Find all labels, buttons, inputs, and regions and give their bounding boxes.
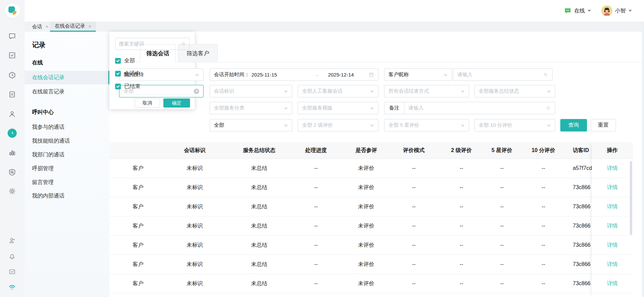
detail-link[interactable]: 详情 [607,203,618,210]
detail-link[interactable]: 详情 [607,222,618,230]
table-row-action: 详情 [592,274,633,293]
sidebar-item-online-session-records[interactable]: 在线会话记录 [25,71,109,84]
workspace-tabstrip: 会话 × 在线会话记录 × [25,22,644,32]
agent-status[interactable]: 在线 [564,0,591,22]
detail-link[interactable]: 详情 [607,242,618,249]
table-row-action: 详情 [592,159,633,178]
detail-link[interactable]: 详情 [607,184,618,191]
service-category-select[interactable]: 全部服务分类 [210,102,292,114]
sidebar-item-skillgroup-calls[interactable]: 我技能组的通话 [25,134,109,148]
sidebar-item-message-management[interactable]: 留言管理 [25,176,109,189]
cell-visitor-id: 73c866 [573,242,591,248]
cell-summary: 未总结 [251,242,267,249]
table-row: 客户 未标识 未总结 -- 未评价 -- -- -- -- 73c866 [109,236,633,255]
checkbox-checked-icon[interactable] [115,58,121,64]
checkbox-checked-icon[interactable] [115,84,121,89]
bar-chart-icon[interactable] [8,149,17,157]
person-badge-icon[interactable] [8,236,17,245]
date-range-picker[interactable]: 会话开始时间： 2025-11-15 → 2025-12-14 [210,68,378,81]
cell-progress: -- [314,165,318,171]
query-button[interactable]: 查询 [560,119,587,131]
clear-icon[interactable]: ✕ [194,89,199,94]
popup-divider [109,94,195,95]
end-mode-select[interactable]: 所有会话结束方式 [384,85,469,97]
bell-icon[interactable] [8,252,17,261]
reset-button[interactable]: 重置 [591,119,616,131]
task-check-icon[interactable] [8,51,17,60]
avatar [601,5,612,16]
checkbox-checked-icon[interactable] [115,71,121,77]
cell-eval10: -- [542,280,545,287]
cell-type: 客户 [133,222,143,230]
cell-participated: 未评价 [358,242,374,249]
cell-type: 客户 [133,280,143,287]
cell-eval5: -- [500,280,504,287]
option-in-session[interactable]: 会话中 [115,70,140,77]
document-icon[interactable] [8,90,17,99]
top-header [25,0,644,22]
close-icon[interactable]: × [46,24,48,29]
sidebar-item-my-calls[interactable]: 我参与的通话 [25,120,109,134]
option-all[interactable]: 全部 [115,57,135,64]
sidebar-item-online-message-records[interactable]: 在线留言记录 [25,85,109,98]
cancel-button[interactable]: 取消 [135,98,160,108]
user-name: 小智 [615,7,626,14]
shield-clock-icon[interactable] [8,71,17,80]
detail-link[interactable]: 详情 [607,165,618,172]
remark-input-group[interactable]: 备注 请输入 [384,102,555,114]
cell-participated: 未评价 [358,261,374,268]
vertical-scrollbar[interactable] [630,161,632,235]
folder-check-icon[interactable] [8,267,17,276]
chevron-down-icon [461,123,465,127]
summary-status-select[interactable]: 全部服务总结状态 [474,85,555,97]
cell-tag: 未标识 [187,165,203,172]
detail-link[interactable]: 详情 [607,261,618,268]
eval2-select[interactable]: 全部 2 级评价 [298,119,378,131]
service-template-select[interactable]: 全部服务模版 [298,102,378,114]
records-table: 会话标识 服务总结状态 处理进度 是否参评 评价模式 2 级评价 5 星评价 1… [109,142,633,297]
cell-eval-mode: -- [412,242,416,248]
tab-online-session-records[interactable]: 在线会话记录 × [50,22,96,32]
cell-type: 客户 [133,184,143,191]
cell-eval-mode: -- [412,165,416,171]
detail-link[interactable]: 详情 [607,280,618,287]
sidebar-item-department-calls[interactable]: 我部门的通话 [25,148,109,161]
person-icon[interactable] [8,110,17,118]
gear-icon[interactable] [8,187,17,196]
session-tag-select[interactable]: 会话标识 [210,85,292,97]
option-ended[interactable]: 已结束 [115,83,140,90]
confirm-button[interactable]: 确定 [163,98,190,108]
nickname-field-select[interactable]: 客户昵称 [384,68,452,81]
tab-session[interactable]: 会话 × [27,22,53,32]
all-select[interactable]: 全部 [210,119,292,131]
close-icon[interactable]: × [88,24,91,29]
eval10-select[interactable]: 全部 10 分评价 [474,119,555,131]
chevron-down-icon [547,89,551,93]
cell-type: 客户 [133,165,143,172]
calendar-icon [369,72,374,78]
chevron-down-icon [284,89,288,93]
chevron-down-icon [370,89,374,93]
logo-icon [5,3,20,18]
table-row-action: 详情 [592,293,633,297]
cell-eval2: -- [460,242,463,248]
eval5-select[interactable]: 全部 5 星评价 [384,119,469,131]
user-menu[interactable]: 小智 [601,0,632,22]
sidebar-title: 记录 [32,40,46,50]
sidebar: 记录 在线 在线会话记录 在线留言记录 呼叫中心 我参与的通话 我技能组的通话 … [25,32,109,297]
col-header-eval5: 5 星评价 [491,147,512,154]
agent-session-select[interactable]: 全部人工客服会话 [298,85,378,97]
sidebar-item-lost-call-management[interactable]: 呼损管理 [25,162,109,175]
cell-progress: -- [314,242,318,248]
chat-icon[interactable] [8,32,17,40]
dropdown-search-input[interactable]: 搜索关键词 [115,38,190,50]
wifi-icon[interactable] [8,283,17,292]
sidebar-item-internal-calls[interactable]: 我的内部通话 [25,189,109,203]
shield-search-icon[interactable] [8,168,17,177]
clock-icon-active[interactable] [8,129,17,138]
cell-eval10: -- [542,204,545,210]
tab-label: 会话 [32,24,42,30]
table-row-action: 详情 [592,216,633,236]
nickname-search-input[interactable]: 请输入 [453,68,553,81]
cell-progress: -- [314,280,318,287]
